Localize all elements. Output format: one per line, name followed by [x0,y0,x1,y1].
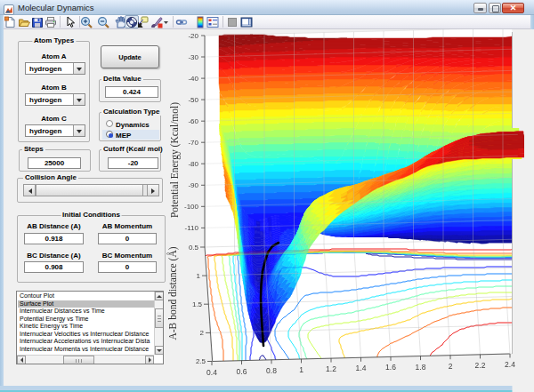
svg-text:-80: -80 [188,160,198,168]
svg-text:1.5: 1.5 [192,300,203,308]
svg-text:0.4: 0.4 [206,368,217,377]
svg-text:2.2: 2.2 [475,361,486,370]
svg-text:0.6: 0.6 [237,367,247,376]
svg-text:A-B bond distance (Å): A-B bond distance (Å) [166,246,179,340]
svg-text:1: 1 [197,272,201,280]
svg-text:1.4: 1.4 [356,364,367,372]
svg-text:2: 2 [449,362,453,371]
svg-text:2.5: 2.5 [196,357,206,365]
svg-text:-90: -90 [188,181,198,189]
svg-text:-100: -100 [184,203,199,211]
svg-text:-110: -110 [185,224,199,232]
svg-text:0.5: 0.5 [189,244,199,252]
svg-text:1.8: 1.8 [416,363,426,372]
svg-text:-30: -30 [188,53,198,61]
svg-text:-60: -60 [188,117,198,125]
svg-text:-50: -50 [188,96,198,104]
svg-text:1.2: 1.2 [326,364,336,373]
svg-text:2: 2 [200,329,205,337]
svg-text:1: 1 [299,365,303,374]
svg-text:2.4: 2.4 [505,360,515,369]
svg-text:1.6: 1.6 [385,363,396,372]
svg-text:-70: -70 [188,139,198,147]
svg-text:-40: -40 [188,75,198,83]
svg-text:Potential Energy (Kcal/mol): Potential Energy (Kcal/mol) [169,102,181,218]
svg-text:-20: -20 [188,32,198,40]
svg-text:0.8: 0.8 [266,366,277,375]
